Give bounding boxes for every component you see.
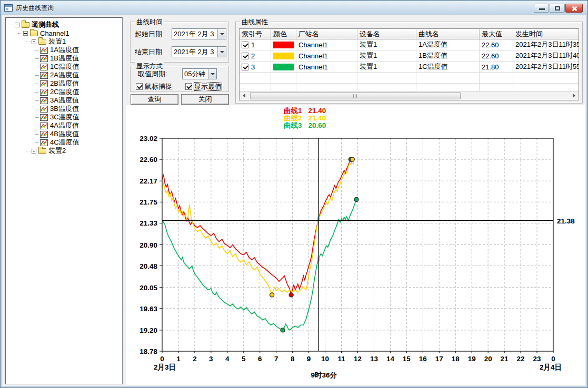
curve-icon: [40, 64, 48, 70]
tree-item-Channel1[interactable]: Channel1: [5, 29, 122, 37]
period-dropdown-icon[interactable]: [208, 69, 216, 79]
tree-item-4A温度值[interactable]: 4A温度值: [5, 121, 122, 130]
tree-item-4B温度值[interactable]: 4B温度值: [5, 130, 122, 138]
tree-item-装置2[interactable]: 装置2: [5, 147, 122, 155]
legend-entry-曲线1: 曲线121.40: [284, 107, 333, 115]
column-header-索引号[interactable]: 索引号: [240, 29, 271, 39]
tree-connector: [35, 100, 39, 101]
expand-icon[interactable]: [32, 149, 36, 154]
scroll-left-icon[interactable]: [240, 91, 248, 100]
table-row-1[interactable]: 1Channel1装置11A温度值22.602021年2月3日11时35: [240, 39, 579, 50]
max-marker-曲线3: [354, 198, 358, 202]
x-axis-label: 0: [551, 355, 555, 363]
tree-connector: [35, 67, 39, 67]
period-select[interactable]: 05分钟: [182, 68, 217, 79]
cell-device: 装置1: [357, 62, 416, 72]
chart-panel: 曲线121.40曲线221.40曲线320.60 18.7819.2019.63…: [126, 105, 585, 385]
cell-max: 21.80: [480, 62, 513, 72]
tree-connector: [35, 75, 39, 76]
color-swatch: [273, 53, 294, 59]
series-line-曲线1: [162, 159, 352, 295]
curve-icon: [40, 122, 48, 129]
cell-time: 2021年2月3日11时55: [513, 62, 579, 72]
tree-item-2A温度值[interactable]: 2A温度值: [5, 71, 122, 79]
end-date-dropdown-icon[interactable]: [217, 47, 226, 57]
curve-icon: [40, 139, 48, 146]
cell-station: Channel1: [296, 39, 357, 50]
color-swatch: [273, 42, 294, 48]
tree-item-遥测曲线[interactable]: 遥测曲线: [5, 21, 122, 29]
horizontal-scrollbar[interactable]: [240, 91, 579, 100]
column-header-设备名[interactable]: 设备名: [357, 29, 416, 39]
table-row-2[interactable]: 2Channel1装置11B温度值22.602021年2月3日11时40: [240, 50, 579, 62]
legend-label: 曲线2: [284, 115, 302, 122]
window-title: 历史曲线查询: [16, 4, 54, 13]
tree-connector: [18, 33, 22, 34]
tree-item-装置1[interactable]: 装置1: [5, 37, 122, 46]
y-axis-label: 20.05: [139, 284, 157, 292]
column-header-最大值[interactable]: 最大值: [480, 29, 513, 39]
tree-item-4C温度值[interactable]: 4C温度值: [5, 138, 122, 147]
x-axis-label: 14: [386, 355, 395, 363]
tree-connector: [35, 84, 39, 84]
tree-item-1B温度值[interactable]: 1B温度值: [5, 54, 122, 63]
column-header-颜色[interactable]: 颜色: [271, 29, 296, 39]
curve-visible-checkbox[interactable]: [242, 42, 248, 48]
show-extremes-checkbox[interactable]: [185, 83, 192, 90]
collapse-icon[interactable]: [23, 31, 28, 36]
y-axis-label: 19.63: [139, 305, 157, 313]
tree-connector: [35, 126, 39, 126]
curve-properties-group-title: 曲线属性: [240, 18, 270, 27]
mouse-capture-label: 鼠标捕捉: [145, 83, 172, 90]
tree-item-3A温度值[interactable]: 3A温度值: [5, 96, 122, 105]
tree-item-1A温度值[interactable]: 1A温度值: [5, 46, 122, 54]
column-header-厂站名[interactable]: 厂站名: [296, 29, 357, 39]
collapse-icon[interactable]: [15, 23, 19, 27]
tree-connector: [35, 58, 39, 59]
curve-icon: [40, 72, 48, 79]
table-row-3[interactable]: 3Channel1装置11C温度值21.802021年2月3日11时55: [240, 62, 579, 73]
y-axis-label: 20.90: [139, 241, 157, 249]
tree-item-3B温度值[interactable]: 3B温度值: [5, 105, 122, 113]
telemetry-curve-tree: 遥测曲线Channel1装置11A温度值1B温度值1C温度值2A温度值2B温度值…: [5, 17, 123, 384]
curve-chart[interactable]: 18.7819.2019.6320.0520.4820.9021.3321.75…: [126, 105, 585, 385]
table-empty-row: [240, 73, 579, 84]
scrollbar-thumb[interactable]: [250, 92, 461, 99]
minimize-button[interactable]: [534, 4, 549, 13]
tree-item-2C温度值[interactable]: 2C温度值: [5, 88, 122, 96]
y-axis-label: 21.75: [139, 198, 157, 206]
column-header-发生时间[interactable]: 发生时间: [513, 29, 579, 39]
tree-item-2B温度值[interactable]: 2B温度值: [5, 79, 122, 88]
y-axis-label: 21.33: [139, 219, 157, 227]
x-axis-label: 13: [370, 355, 378, 363]
curve-icon: [40, 55, 48, 62]
x-axis-label: 4: [225, 355, 230, 363]
query-button[interactable]: 查询: [131, 94, 178, 105]
cell-device: 装置1: [357, 39, 416, 50]
folder-icon: [22, 22, 29, 28]
end-date-select[interactable]: 2021年 2月 3: [172, 46, 226, 57]
mouse-capture-checkbox[interactable]: [136, 83, 143, 90]
start-date-value: 2021年 2月 3: [172, 29, 217, 39]
curve-visible-checkbox[interactable]: [242, 64, 248, 70]
close-window-button[interactable]: [565, 4, 583, 13]
x-axis-label: 10: [321, 355, 329, 363]
tree-item-1C温度值[interactable]: 1C温度值: [5, 63, 122, 71]
collapse-icon[interactable]: [32, 39, 36, 44]
x-axis-label: 17: [435, 355, 443, 363]
start-date-select[interactable]: 2021年 2月 3: [172, 28, 226, 39]
tree-item-3C温度值[interactable]: 3C温度值: [5, 113, 122, 121]
tree-connector: [35, 50, 39, 50]
curve-color-cell: [271, 39, 296, 50]
tree-item-label: 装置2: [48, 146, 66, 156]
maximize-button[interactable]: [550, 4, 565, 13]
curve-visible-checkbox[interactable]: [242, 53, 248, 59]
close-button[interactable]: 关闭: [181, 94, 229, 105]
scroll-right-icon[interactable]: [570, 91, 579, 100]
y-axis-label: 23.02: [139, 135, 157, 142]
tree-connector: [35, 117, 39, 118]
curve-color-cell: [271, 50, 296, 61]
column-header-曲线名[interactable]: 曲线名: [416, 29, 480, 39]
period-value: 05分钟: [183, 69, 208, 79]
start-date-dropdown-icon[interactable]: [217, 29, 226, 39]
